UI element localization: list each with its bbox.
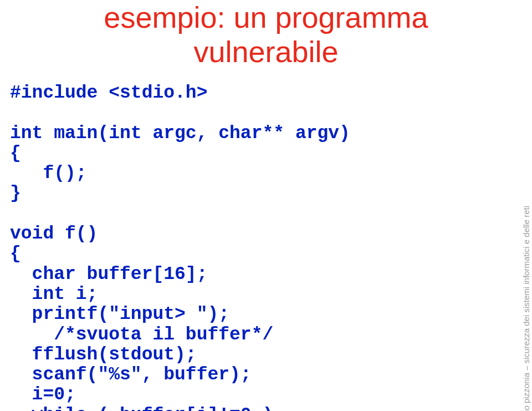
code-line: void f() bbox=[10, 224, 98, 244]
code-line: int i; bbox=[10, 284, 98, 305]
code-line: printf("input> "); bbox=[10, 304, 229, 324]
code-line: while ( buffer[i]!=0 ) bbox=[10, 405, 273, 411]
code-block: #include <stdio.h> int main(int argc, ch… bbox=[10, 83, 372, 411]
code-line: /*svuota il buffer*/ bbox=[10, 324, 273, 345]
code-line: scanf("%s", buffer); bbox=[10, 364, 252, 385]
code-line: { bbox=[10, 143, 21, 164]
code-line: int main(int argc, char** argv) bbox=[10, 123, 350, 144]
code-line: fflush(stdout); bbox=[10, 344, 197, 365]
footer-copyright: © 2006-2013 maurizio pizzonia – sicurezz… bbox=[522, 206, 531, 412]
slide-title: esempio: un programma vulnerabile bbox=[0, 0, 532, 69]
code-line: { bbox=[10, 243, 21, 264]
code-line: #include <stdio.h> bbox=[10, 83, 207, 103]
code-line: i=0; bbox=[10, 384, 76, 405]
code-line: char buffer[16]; bbox=[10, 264, 207, 285]
code-line: f(); bbox=[10, 163, 87, 184]
title-line-2: vulnerabile bbox=[193, 35, 338, 68]
slide: esempio: un programma vulnerabile #inclu… bbox=[0, 0, 532, 411]
title-line-1: esempio: un programma bbox=[104, 1, 428, 34]
code-line: } bbox=[10, 183, 21, 204]
